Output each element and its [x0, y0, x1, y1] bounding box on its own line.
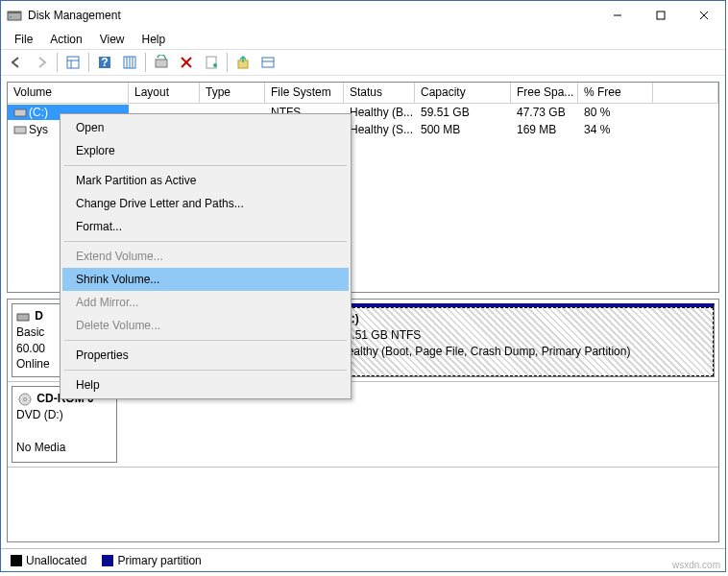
- ctx-mirror: Add Mirror...: [62, 291, 349, 314]
- svg-rect-1: [8, 12, 21, 13]
- partition-c[interactable]: (C:) 59.51 GB NTFS Healthy (Boot, Page F…: [332, 303, 715, 377]
- drive-icon: [13, 106, 27, 119]
- separator: [57, 53, 58, 72]
- context-menu: Open Explore Mark Partition as Active Ch…: [60, 113, 352, 399]
- separator: [64, 241, 347, 242]
- cell-free: 169 MB: [511, 122, 578, 137]
- col-type[interactable]: Type: [200, 83, 265, 103]
- show-hide-button[interactable]: [61, 51, 85, 74]
- svg-point-2: [10, 16, 12, 18]
- disk-size: 60.00: [16, 342, 45, 355]
- svg-rect-25: [14, 127, 26, 133]
- drive-icon: [13, 123, 27, 136]
- toolbar: ?: [1, 49, 725, 76]
- svg-rect-26: [17, 314, 29, 321]
- svg-rect-7: [67, 57, 79, 68]
- col-pctfree[interactable]: % Free: [578, 83, 653, 103]
- separator: [64, 340, 347, 341]
- disk-type: Basic: [16, 325, 44, 339]
- settings-button[interactable]: [118, 51, 141, 74]
- col-freespace[interactable]: Free Spa...: [511, 83, 578, 103]
- cell-free: 47.73 GB: [511, 105, 578, 120]
- close-button[interactable]: [682, 1, 725, 30]
- ctx-format[interactable]: Format...: [62, 215, 349, 238]
- cdrom-sub2: No Media: [16, 441, 65, 454]
- disk-icon: [16, 310, 30, 324]
- menu-file[interactable]: File: [7, 31, 40, 48]
- disk-status: Online: [16, 357, 50, 371]
- separator: [88, 53, 89, 72]
- ctx-change-letter[interactable]: Change Drive Letter and Paths...: [62, 192, 349, 215]
- menu-help[interactable]: Help: [134, 31, 174, 48]
- delete-icon[interactable]: [175, 51, 198, 74]
- cdrom-sub1: DVD (D:): [16, 408, 63, 421]
- cell-capacity: 59.51 GB: [415, 105, 511, 120]
- partition-title: (C:): [339, 311, 708, 327]
- svg-rect-16: [156, 60, 167, 67]
- maximize-button[interactable]: [639, 1, 682, 30]
- legend: Unallocated Primary partition: [1, 548, 725, 571]
- cell-capacity: 500 MB: [415, 122, 511, 137]
- svg-rect-4: [657, 12, 665, 19]
- cell-status: Healthy (S...: [344, 122, 415, 137]
- action-button-1[interactable]: [231, 51, 255, 74]
- ctx-open[interactable]: Open: [62, 116, 349, 139]
- separator: [227, 53, 228, 72]
- menu-view[interactable]: View: [92, 31, 133, 48]
- menu-action[interactable]: Action: [42, 31, 89, 48]
- separator: [64, 165, 347, 166]
- ctx-properties[interactable]: Properties: [62, 344, 349, 367]
- col-status[interactable]: Status: [344, 83, 415, 103]
- svg-rect-24: [14, 109, 26, 116]
- action-button-2[interactable]: [256, 51, 279, 74]
- ctx-shrink[interactable]: Shrink Volume...: [62, 268, 349, 291]
- help-button[interactable]: ?: [93, 51, 116, 74]
- svg-point-20: [213, 63, 217, 67]
- ctx-mark-active[interactable]: Mark Partition as Active: [62, 169, 349, 192]
- title-bar: Disk Management: [1, 1, 725, 30]
- menu-bar: File Action View Help: [1, 30, 725, 49]
- cell-pctfree: 34 %: [578, 122, 653, 137]
- ctx-help[interactable]: Help: [62, 373, 349, 396]
- ctx-extend: Extend Volume...: [62, 245, 349, 268]
- refresh-button[interactable]: [150, 51, 173, 74]
- ctx-explore[interactable]: Explore: [62, 139, 349, 162]
- col-volume[interactable]: Volume: [8, 83, 129, 103]
- swatch-blue-icon: [102, 555, 113, 566]
- cell-volume: Sys: [29, 123, 48, 136]
- dvd-icon: [16, 393, 34, 406]
- cell-volume: (C:): [29, 106, 48, 119]
- cell-pctfree: 80 %: [578, 105, 653, 120]
- swatch-black-icon: [11, 555, 22, 566]
- separator: [145, 53, 146, 72]
- window-title: Disk Management: [28, 9, 595, 22]
- svg-text:?: ?: [101, 56, 108, 69]
- app-icon: [7, 8, 22, 23]
- disk-title: D: [35, 309, 43, 323]
- cell-status: Healthy (B...: [344, 105, 415, 120]
- window-controls: [595, 1, 725, 30]
- col-spacer: [653, 83, 718, 103]
- forward-button[interactable]: [30, 51, 53, 74]
- partition-status: Healthy (Boot, Page File, Crash Dump, Pr…: [339, 344, 708, 360]
- col-filesystem[interactable]: File System: [265, 83, 344, 103]
- legend-unallocated: Unallocated: [11, 554, 86, 567]
- minimize-button[interactable]: [595, 1, 639, 30]
- svg-rect-22: [262, 58, 274, 67]
- properties-button[interactable]: [200, 51, 223, 74]
- svg-point-28: [24, 398, 27, 401]
- back-button[interactable]: [5, 51, 28, 74]
- watermark: wsxdn.com: [672, 560, 720, 570]
- col-layout[interactable]: Layout: [129, 83, 200, 103]
- partition-size: 59.51 GB NTFS: [339, 327, 708, 344]
- col-capacity[interactable]: Capacity: [415, 83, 511, 103]
- ctx-delete: Delete Volume...: [62, 314, 349, 337]
- legend-primary: Primary partition: [102, 554, 201, 567]
- volume-list-header: Volume Layout Type File System Status Ca…: [8, 83, 718, 104]
- separator: [64, 370, 347, 371]
